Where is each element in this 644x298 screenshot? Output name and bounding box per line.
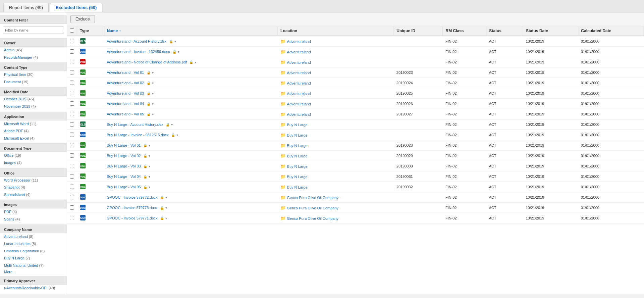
sidebar-item-october-2019[interactable]: October 2019 (45) (0, 96, 67, 103)
row-name-link[interactable]: Adventureland - Account History.xlsx (107, 39, 166, 43)
sidebar-item-document[interactable]: Document (19) (0, 79, 67, 86)
sidebar-item-r-accounts-receivable[interactable]: r-AccountsReceivable-OPI (49) (0, 285, 67, 292)
chevron-down-icon[interactable]: ▾ (149, 164, 150, 168)
sidebar-item-adobe-pdf[interactable]: Adobe PDF (4) (0, 128, 67, 135)
row-checkbox-cell[interactable] (67, 109, 77, 119)
col-name[interactable]: Name ↑ (104, 26, 277, 36)
sidebar-item-images[interactable]: Images (4) (0, 159, 67, 167)
row-location-link[interactable]: Adventureland (287, 81, 311, 85)
exclude-button[interactable]: Exclude (70, 15, 95, 23)
sidebar-item-admin[interactable]: Admin (45) (0, 47, 67, 54)
row-name-link[interactable]: Adventureland - Vol 03 (107, 91, 144, 95)
chevron-down-icon[interactable]: ▾ (165, 196, 167, 199)
row-name-link[interactable]: Adventureland - Vol 05 (107, 112, 144, 116)
row-checkbox[interactable] (70, 49, 74, 54)
chevron-down-icon[interactable]: ▾ (171, 123, 173, 127)
row-location-link[interactable]: Adventureland (287, 40, 311, 44)
row-location-link[interactable]: Buy N Large (287, 164, 308, 168)
row-checkbox[interactable] (70, 133, 74, 137)
row-name-link[interactable]: Adventureland - Vol 04 (107, 102, 144, 106)
sidebar-item-pdf[interactable]: PDF (4) (0, 208, 67, 216)
row-location-link[interactable]: Adventureland (287, 102, 311, 106)
row-name-link[interactable]: GPOOC - Invoice 579773.docx (107, 206, 158, 210)
sidebar-item-microsoft-excel[interactable]: Microsoft Excel (4) (0, 135, 67, 142)
row-name-link[interactable]: Adventureland - Invoice - 132456.docx (107, 50, 170, 54)
row-location-link[interactable]: Adventureland (287, 71, 311, 75)
chevron-down-icon[interactable]: ▾ (152, 102, 154, 106)
sidebar-item-scans[interactable]: Scans (4) (0, 216, 67, 223)
sidebar-item-buy-n-large[interactable]: Buy N Large (7) (0, 255, 67, 262)
row-name-link[interactable]: GPOOC - Invoice 579772.docx (107, 195, 158, 199)
row-name-link[interactable]: Adventureland - Notice of Change of Addr… (107, 60, 187, 64)
row-location-link[interactable]: Adventureland (287, 60, 311, 64)
chevron-down-icon[interactable]: ▾ (165, 216, 167, 220)
row-checkbox-cell[interactable] (67, 47, 77, 57)
row-checkbox-cell[interactable] (67, 213, 77, 224)
row-checkbox-cell[interactable] (67, 182, 77, 192)
row-location-link[interactable]: Adventureland (287, 92, 311, 96)
sidebar-item-adventureland[interactable]: Adventureland (8) (0, 233, 67, 241)
row-checkbox-cell[interactable] (67, 192, 77, 203)
row-location-link[interactable]: Buy N Large (287, 123, 308, 127)
row-location-link[interactable]: Genco Pura Olive Oil Company (287, 206, 338, 210)
sidebar-more-link[interactable]: More... (0, 269, 67, 275)
sidebar-item-word-processor[interactable]: Word Processor (11) (0, 177, 67, 184)
row-location-link[interactable]: Genco Pura Olive Oil Company (287, 216, 338, 220)
row-checkbox-cell[interactable] (67, 99, 77, 109)
tab-excluded-items[interactable]: Excluded Items (50) (50, 3, 102, 12)
row-location-link[interactable]: Adventureland (287, 50, 311, 54)
row-name-link[interactable]: Buy N Large - Vol 03 (107, 164, 141, 168)
chevron-down-icon[interactable]: ▾ (195, 60, 196, 64)
select-all-checkbox[interactable] (70, 28, 74, 33)
row-checkbox-cell[interactable] (67, 67, 77, 78)
tab-report-items[interactable]: Report Items (49) (3, 3, 49, 12)
filter-input[interactable] (3, 27, 64, 34)
row-checkbox-cell[interactable] (67, 171, 77, 182)
row-checkbox-cell[interactable] (67, 119, 77, 130)
row-checkbox[interactable] (70, 216, 74, 220)
row-checkbox[interactable] (70, 60, 74, 64)
sidebar-item-office[interactable]: Office (19) (0, 152, 67, 159)
row-checkbox[interactable] (70, 164, 74, 168)
row-checkbox-cell[interactable] (67, 78, 77, 88)
sidebar-item-november-2019[interactable]: November 2019 (4) (0, 103, 67, 110)
row-checkbox[interactable] (70, 185, 74, 189)
row-checkbox-cell[interactable] (67, 203, 77, 213)
row-checkbox[interactable] (70, 81, 74, 85)
row-checkbox-cell[interactable] (67, 161, 77, 171)
row-checkbox[interactable] (70, 101, 74, 106)
sidebar-item-lunar-industries[interactable]: Lunar Industries (8) (0, 240, 67, 248)
sidebar-item-microsoft-word[interactable]: Microsoft Word (11) (0, 120, 67, 128)
row-name-link[interactable]: Adventureland - Vol 01 (107, 70, 144, 74)
row-checkbox[interactable] (70, 70, 74, 74)
row-name-link[interactable]: Buy N Large - Vol 05 (107, 185, 141, 189)
row-checkbox[interactable] (70, 91, 74, 95)
sidebar-item-snapshot[interactable]: Snapshot (4) (0, 184, 67, 191)
row-checkbox[interactable] (70, 39, 74, 43)
select-all-header[interactable] (67, 26, 77, 36)
row-checkbox[interactable] (70, 174, 74, 179)
row-checkbox-cell[interactable] (67, 140, 77, 151)
sidebar-item-spreadsheet[interactable]: Spreadsheet (4) (0, 191, 67, 199)
row-name-link[interactable]: Adventureland - Vol 02 (107, 81, 144, 85)
chevron-down-icon[interactable]: ▾ (152, 112, 154, 116)
chevron-down-icon[interactable]: ▾ (176, 133, 178, 137)
row-checkbox-cell[interactable] (67, 36, 77, 47)
row-checkbox-cell[interactable] (67, 88, 77, 99)
row-location-link[interactable]: Buy N Large (287, 144, 308, 148)
row-checkbox[interactable] (70, 205, 74, 210)
row-checkbox[interactable] (70, 122, 74, 127)
row-checkbox-cell[interactable] (67, 57, 77, 67)
row-checkbox-cell[interactable] (67, 151, 77, 161)
row-checkbox[interactable] (70, 143, 74, 147)
chevron-down-icon[interactable]: ▾ (149, 154, 150, 158)
row-location-link[interactable]: Buy N Large (287, 133, 308, 137)
row-location-link[interactable]: Buy N Large (287, 185, 308, 189)
chevron-down-icon[interactable]: ▾ (152, 71, 154, 74)
row-name-link[interactable]: GPOOC - Invoice 579771.docx (107, 216, 158, 220)
row-checkbox[interactable] (70, 112, 74, 116)
row-location-link[interactable]: Buy N Large (287, 175, 308, 179)
row-location-link[interactable]: Genco Pura Olive Oil Company (287, 196, 338, 200)
sidebar-item-physical-item[interactable]: Physical Item (30) (0, 71, 67, 79)
row-name-link[interactable]: Buy N Large - Vol 04 (107, 175, 141, 179)
